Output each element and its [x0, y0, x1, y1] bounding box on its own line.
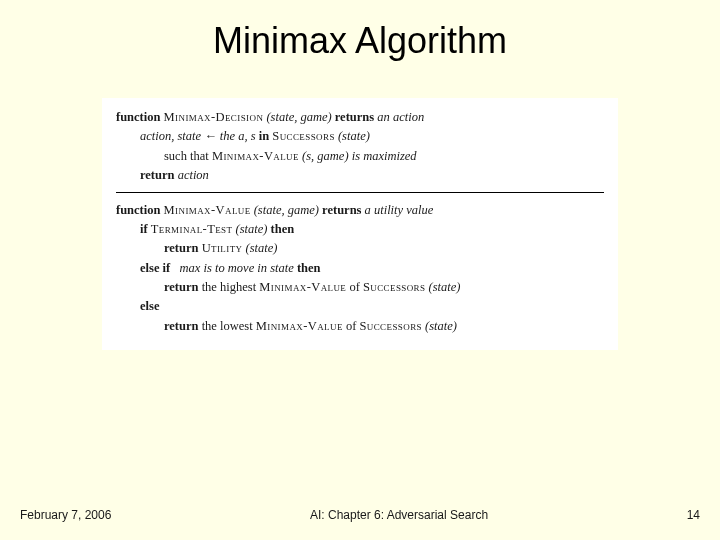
- fn-successors-lo: Successors: [359, 319, 421, 333]
- value-return-lowest: return the lowest Minimax-Value of Succe…: [116, 317, 604, 336]
- footer: February 7, 2006 AI: Chapter 6: Adversar…: [0, 508, 720, 522]
- of-text-2: of: [346, 319, 360, 333]
- fn-minimax-value-inline: Minimax-Value: [212, 149, 299, 163]
- args-state-game-2: (state, game): [254, 203, 319, 217]
- decision-return: return action: [116, 166, 604, 185]
- kw-elseif: else if: [140, 261, 170, 275]
- kw-returns: returns: [335, 110, 374, 124]
- args-state-game: (state, game): [266, 110, 331, 124]
- kw-function-2: function: [116, 203, 160, 217]
- of-text: of: [349, 280, 363, 294]
- decision-line1: action, state ← the a, s in Successors (…: [116, 127, 604, 146]
- succ-arg-lo: (state): [425, 319, 457, 333]
- lowest-text: the lowest: [202, 319, 256, 333]
- fn-utility: Utility: [202, 241, 243, 255]
- decision-line2: such that Minimax-Value (s, game) is max…: [116, 147, 604, 166]
- kw-return: return: [140, 168, 175, 182]
- footer-page-number: 14: [687, 508, 720, 522]
- fn-value-signature: function Minimax-Value (state, game) ret…: [116, 201, 604, 220]
- return-action: action: [178, 168, 209, 182]
- kw-returns-2: returns: [322, 203, 361, 217]
- value-return-utility: return Utility (state): [116, 239, 604, 258]
- kw-in: in: [259, 129, 269, 143]
- kw-return-2: return: [164, 241, 199, 255]
- ret-an-action: an action: [377, 110, 424, 124]
- succ-arg-hi: (state): [429, 280, 461, 294]
- value-elseif-max: else if max is to move in state then: [116, 259, 604, 278]
- max-move-text: max is to move in state: [180, 261, 297, 275]
- fn-minimax-value-hi: Minimax-Value: [259, 280, 346, 294]
- fn-minimax-value: Minimax-Value: [164, 203, 251, 217]
- footer-center: AI: Chapter 6: Adversarial Search: [111, 508, 686, 522]
- kw-if: if: [140, 222, 148, 236]
- footer-date: February 7, 2006: [0, 508, 111, 522]
- fn-successors: Successors: [272, 129, 334, 143]
- kw-return-3: return: [164, 280, 199, 294]
- algo-divider: [116, 192, 604, 193]
- fn-minimax-decision: Minimax-Decision: [164, 110, 264, 124]
- fn-decision-signature: function Minimax-Decision (state, game) …: [116, 108, 604, 127]
- slide-title: Minimax Algorithm: [0, 0, 720, 62]
- fn-minimax-value-lo: Minimax-Value: [256, 319, 343, 333]
- value-return-highest: return the highest Minimax-Value of Succ…: [116, 278, 604, 297]
- algorithm-box: function Minimax-Decision (state, game) …: [102, 98, 618, 350]
- succ-arg-state: (state): [338, 129, 370, 143]
- mv-args-maximized: (s, game) is maximized: [302, 149, 417, 163]
- kw-then: then: [271, 222, 295, 236]
- tt-arg: (state): [236, 222, 268, 236]
- fn-successors-hi: Successors: [363, 280, 425, 294]
- kw-else: else: [140, 299, 159, 313]
- assign-text: action, state ← the a, s: [140, 129, 259, 143]
- kw-then-2: then: [297, 261, 321, 275]
- util-arg: (state): [246, 241, 278, 255]
- such-that: such that: [164, 149, 212, 163]
- fn-terminal-test: Terminal-Test: [151, 222, 233, 236]
- value-else: else: [116, 297, 604, 316]
- kw-return-4: return: [164, 319, 199, 333]
- value-if-terminal: if Terminal-Test (state) then: [116, 220, 604, 239]
- ret-utility-value: a utility value: [365, 203, 434, 217]
- kw-function: function: [116, 110, 160, 124]
- highest-text: the highest: [202, 280, 260, 294]
